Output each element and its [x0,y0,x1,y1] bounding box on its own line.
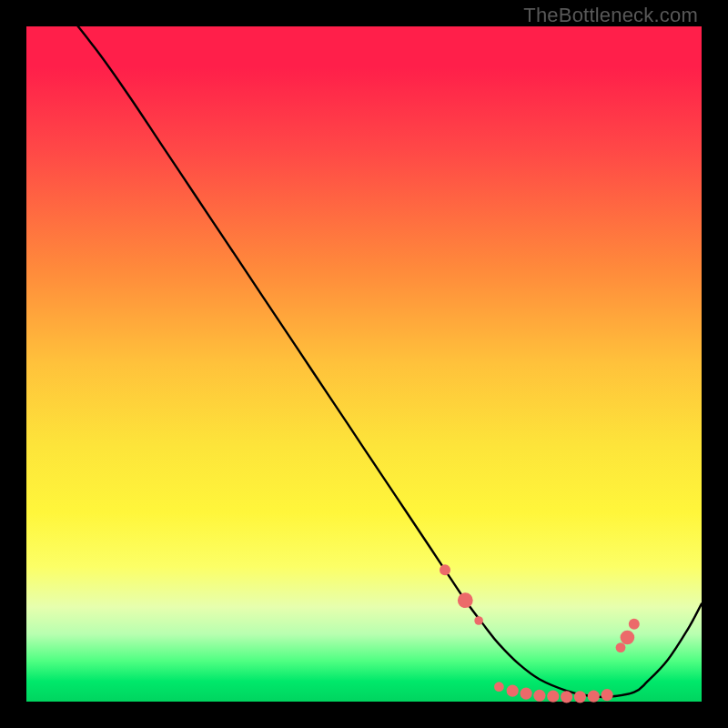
chart-frame [26,26,702,702]
data-marker [474,616,483,625]
bottleneck-curve [26,0,702,697]
watermark-text: TheBottleneck.com [523,4,698,27]
chart-svg [26,26,702,702]
data-marker [561,691,572,703]
data-marker [458,592,473,608]
data-marker [547,691,559,703]
data-marker [629,619,640,630]
data-marker [507,685,519,697]
data-marker [574,691,586,703]
data-marker [521,688,532,700]
data-marker [616,642,626,652]
data-marker [533,690,545,702]
data-marker [440,564,450,575]
data-markers [440,564,640,703]
data-marker [588,691,600,703]
data-marker [494,682,504,692]
data-marker [602,689,613,701]
data-marker [621,631,635,645]
